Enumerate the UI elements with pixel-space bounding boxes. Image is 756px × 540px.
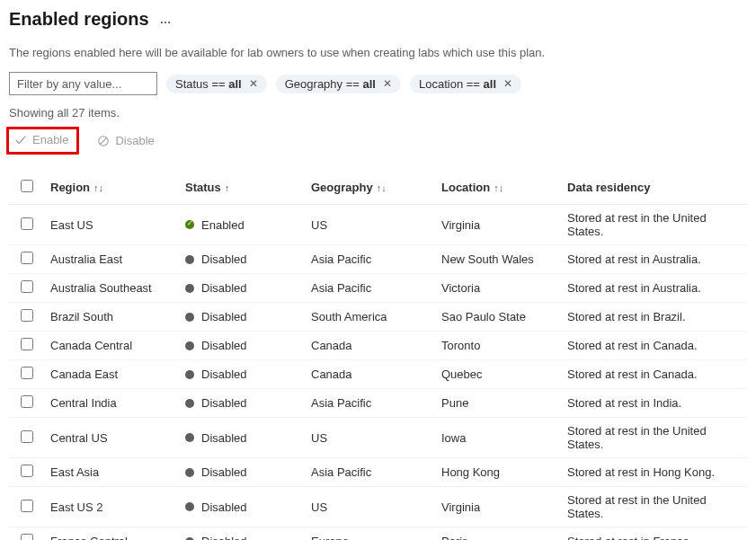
row-checkbox[interactable] (21, 252, 33, 264)
table-row[interactable]: East USEnabledUSVirginiaStored at rest i… (9, 205, 747, 245)
enable-button[interactable]: Enable (9, 129, 74, 150)
cell-status: Enabled (180, 205, 306, 245)
sort-icon: ↑↓ (93, 182, 103, 193)
cell-location: Quebec (436, 360, 562, 389)
row-checkbox[interactable] (21, 367, 33, 379)
status-disabled-icon (185, 370, 194, 379)
cell-residency: Stored at rest in the United States. (562, 205, 747, 245)
cell-location: Victoria (436, 274, 562, 303)
cell-status: Disabled (180, 303, 306, 332)
disable-button[interactable]: Disable (92, 130, 159, 151)
cell-region: Central India (45, 389, 180, 418)
table-row[interactable]: East AsiaDisabledAsia PacificHong KongSt… (9, 458, 747, 487)
cell-region: Australia Southeast (45, 274, 180, 303)
status-disabled-icon (185, 468, 194, 477)
sort-icon: ↑↓ (494, 182, 503, 193)
cell-location: Virginia (436, 205, 562, 245)
filter-pill-geography[interactable]: Geography == all ✕ (276, 75, 401, 93)
table-row[interactable]: Canada CentralDisabledCanadaTorontoStore… (9, 332, 747, 360)
table-row[interactable]: France CentralDisabledEuropeParisStored … (9, 527, 747, 541)
block-icon (97, 135, 110, 147)
filter-input[interactable] (9, 72, 157, 95)
close-icon[interactable]: ✕ (383, 77, 392, 90)
showing-count: Showing all 27 items. (9, 106, 747, 120)
status-disabled-icon (185, 399, 194, 408)
table-row[interactable]: Canada EastDisabledCanadaQuebecStored at… (9, 360, 747, 389)
row-checkbox[interactable] (21, 309, 33, 322)
cell-residency: Stored at rest in Hong Kong. (562, 458, 747, 487)
close-icon[interactable]: ✕ (249, 77, 258, 90)
cell-geography: South America (306, 303, 436, 332)
cell-location: Hong Kong (436, 458, 562, 487)
cell-region: Canada East (45, 360, 180, 389)
row-checkbox[interactable] (21, 338, 33, 350)
table-row[interactable]: Australia EastDisabledAsia PacificNew So… (9, 245, 747, 274)
cell-region: East US 2 (45, 487, 180, 527)
cell-geography: Canada (306, 360, 436, 389)
header-residency[interactable]: Data residency (562, 173, 747, 205)
toolbar: Enable Disable (9, 127, 747, 155)
row-checkbox[interactable] (21, 280, 33, 293)
table-row[interactable]: Australia SoutheastDisabledAsia PacificV… (9, 274, 747, 303)
cell-region: Australia East (45, 245, 180, 274)
page-header: Enabled regions … (9, 9, 747, 30)
select-all-checkbox[interactable] (21, 180, 33, 192)
cell-region: East Asia (45, 458, 180, 487)
check-icon (14, 134, 27, 146)
cell-status: Disabled (180, 245, 306, 274)
row-checkbox[interactable] (21, 500, 33, 512)
table-row[interactable]: Central USDisabledUSIowaStored at rest i… (9, 418, 747, 458)
cell-geography: Asia Pacific (306, 458, 436, 487)
cell-status: Disabled (180, 332, 306, 360)
enable-button-label: Enable (32, 133, 68, 146)
row-checkbox[interactable] (21, 465, 33, 477)
cell-status: Disabled (180, 487, 306, 527)
cell-geography: US (306, 418, 436, 458)
cell-location: New South Wales (436, 245, 562, 274)
cell-status: Disabled (180, 360, 306, 389)
header-status[interactable]: Status↑ (180, 173, 306, 205)
cell-location: Pune (436, 389, 562, 418)
header-location[interactable]: Location↑↓ (436, 173, 562, 205)
cell-residency: Stored at rest in India. (562, 389, 747, 418)
table-row[interactable]: East US 2DisabledUSVirginiaStored at res… (9, 487, 747, 527)
cell-geography: Canada (306, 332, 436, 360)
status-disabled-icon (185, 341, 194, 350)
cell-location: Toronto (436, 332, 562, 360)
row-checkbox[interactable] (21, 395, 33, 408)
status-disabled-icon (185, 284, 194, 293)
status-disabled-icon (185, 502, 194, 511)
svg-line-1 (101, 137, 107, 144)
cell-status: Disabled (180, 458, 306, 487)
more-icon[interactable]: … (160, 13, 172, 26)
table-row[interactable]: Central IndiaDisabledAsia PacificPuneSto… (9, 389, 747, 418)
table-header-row: Region↑↓ Status↑ Geography↑↓ Location↑↓ … (9, 173, 747, 205)
table-row[interactable]: Brazil SouthDisabledSouth AmericaSao Pau… (9, 303, 747, 332)
pill-label: Location == all (419, 77, 496, 91)
sort-icon: ↑↓ (377, 182, 387, 193)
close-icon[interactable]: ✕ (503, 77, 512, 90)
row-checkbox[interactable] (21, 430, 33, 443)
cell-region: Canada Central (45, 332, 180, 360)
row-checkbox[interactable] (21, 534, 33, 540)
cell-region: Brazil South (45, 303, 180, 332)
page-title: Enabled regions (9, 9, 149, 30)
header-geography[interactable]: Geography↑↓ (306, 173, 436, 205)
enable-highlight-box: Enable (6, 127, 79, 155)
regions-table: Region↑↓ Status↑ Geography↑↓ Location↑↓ … (9, 173, 747, 540)
cell-status: Disabled (180, 389, 306, 418)
header-select-all[interactable] (9, 173, 45, 205)
filter-pill-status[interactable]: Status == all ✕ (166, 75, 267, 93)
cell-geography: Asia Pacific (306, 274, 436, 303)
cell-geography: US (306, 205, 436, 245)
cell-geography: Asia Pacific (306, 245, 436, 274)
filter-pill-location[interactable]: Location == all ✕ (410, 75, 521, 93)
cell-residency: Stored at rest in Canada. (562, 360, 747, 389)
status-enabled-icon (185, 220, 194, 229)
cell-location: Sao Paulo State (436, 303, 562, 332)
cell-status: Disabled (180, 274, 306, 303)
cell-residency: Stored at rest in the United States. (562, 418, 747, 458)
header-region[interactable]: Region↑↓ (45, 173, 180, 205)
row-checkbox[interactable] (21, 217, 33, 230)
cell-location: Virginia (436, 487, 562, 527)
